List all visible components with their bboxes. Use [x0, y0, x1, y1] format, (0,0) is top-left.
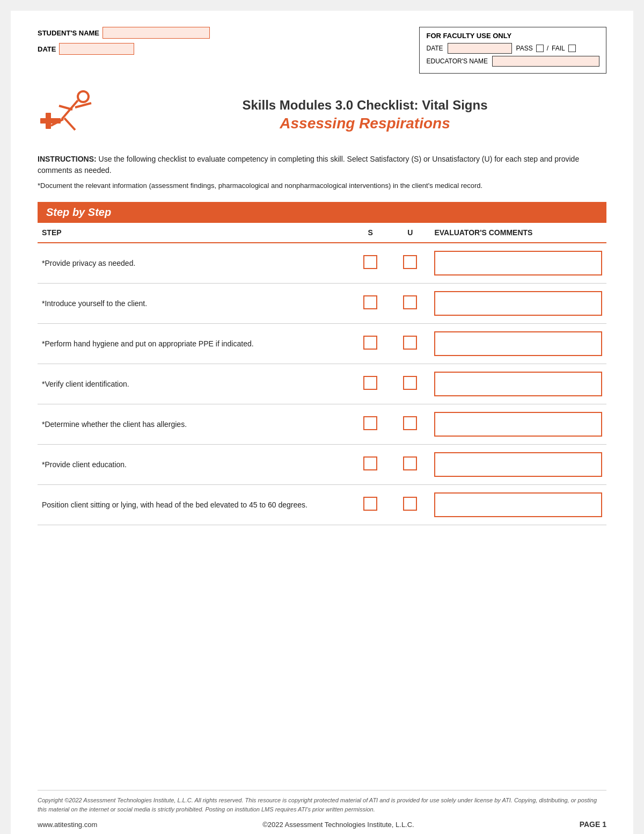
svg-line-4 — [64, 118, 75, 130]
s-checkbox[interactable] — [363, 295, 377, 309]
table-row: *Perform hand hygiene and put on appropr… — [38, 323, 606, 364]
pass-checkbox[interactable] — [536, 45, 544, 52]
comment-box[interactable] — [434, 412, 602, 437]
student-section: STUDENT'S NAME DATE — [38, 27, 210, 55]
comment-cell — [430, 364, 606, 404]
faculty-section: FOR FACULTY USE ONLY DATE PASS / FAIL ED… — [419, 27, 606, 74]
instructions-text: Use the following checklist to evaluate … — [38, 155, 579, 175]
checkbox-u-cell — [390, 323, 430, 364]
comment-box[interactable] — [434, 372, 602, 396]
student-date-input[interactable] — [59, 43, 134, 55]
educator-name-row: EDUCATOR'S NAME — [426, 56, 599, 67]
comment-box[interactable] — [434, 331, 602, 356]
s-checkbox[interactable] — [363, 416, 377, 430]
step-text: Position client sitting or lying, with h… — [38, 484, 350, 525]
table-row: *Provide privacy as needed. — [38, 243, 606, 284]
table-header-row: STEP S U EVALUATOR'S COMMENTS — [38, 223, 606, 243]
s-checkbox[interactable] — [363, 456, 377, 470]
faculty-date-row: DATE PASS / FAIL — [426, 43, 599, 54]
fail-checkbox[interactable] — [568, 45, 576, 52]
comment-cell — [430, 404, 606, 444]
table-row: *Verify client identification. — [38, 364, 606, 404]
logo-area — [38, 87, 123, 143]
checkbox-u-cell — [390, 364, 430, 404]
u-checkbox[interactable] — [403, 255, 417, 269]
header-comments: EVALUATOR'S COMMENTS — [430, 223, 606, 243]
comment-cell — [430, 283, 606, 323]
checkbox-s-cell — [350, 283, 390, 323]
title-section: Skills Modules 3.0 Checklist: Vital Sign… — [38, 87, 606, 143]
s-checkbox[interactable] — [363, 497, 377, 511]
website-link: www.atitesting.com — [38, 821, 97, 829]
step-text: *Provide client education. — [38, 444, 350, 484]
separator: / — [547, 45, 548, 52]
u-checkbox[interactable] — [403, 456, 417, 470]
page: STUDENT'S NAME DATE FOR FACULTY USE ONLY… — [11, 11, 633, 834]
header-u: U — [390, 223, 430, 243]
checkbox-s-cell — [350, 323, 390, 364]
table-row: *Provide client education. — [38, 444, 606, 484]
svg-line-2 — [75, 103, 91, 107]
checkbox-s-cell — [350, 243, 390, 284]
u-checkbox[interactable] — [403, 497, 417, 511]
educator-name-input[interactable] — [492, 56, 599, 67]
step-text: *Introduce yourself to the client. — [38, 283, 350, 323]
comment-cell — [430, 444, 606, 484]
checkbox-u-cell — [390, 484, 430, 525]
fail-label: FAIL — [552, 45, 565, 52]
checkbox-u-cell — [390, 243, 430, 284]
u-checkbox[interactable] — [403, 376, 417, 390]
instructions-bold: INSTRUCTIONS: — [38, 155, 97, 163]
spacer — [38, 525, 606, 780]
step-banner-label: Step by Step — [46, 206, 111, 218]
main-title: Skills Modules 3.0 Checklist: Vital Sign… — [123, 98, 606, 113]
sub-title: Assessing Respirations — [123, 115, 606, 132]
checkbox-u-cell — [390, 404, 430, 444]
student-date-label: DATE — [38, 45, 56, 53]
svg-point-0 — [78, 91, 89, 102]
step-text: *Determine whether the client has allerg… — [38, 404, 350, 444]
step-banner: Step by Step — [38, 202, 606, 223]
table-row: Position client sitting or lying, with h… — [38, 484, 606, 525]
ati-logo-icon — [38, 87, 107, 141]
checkbox-s-cell — [350, 404, 390, 444]
checkbox-s-cell — [350, 444, 390, 484]
header-step: STEP — [38, 223, 350, 243]
checkbox-u-cell — [390, 444, 430, 484]
student-name-row: STUDENT'S NAME — [38, 27, 210, 39]
table-row: *Determine whether the client has allerg… — [38, 404, 606, 444]
top-header: STUDENT'S NAME DATE FOR FACULTY USE ONLY… — [38, 27, 606, 74]
step-text: *Provide privacy as needed. — [38, 243, 350, 284]
copyright-short: ©2022 Assessment Technologies Institute,… — [262, 821, 414, 829]
pass-fail-row: PASS / FAIL — [516, 45, 576, 52]
table-row: *Introduce yourself to the client. — [38, 283, 606, 323]
checklist-table: STEP S U EVALUATOR'S COMMENTS *Provide p… — [38, 223, 606, 525]
u-checkbox[interactable] — [403, 336, 417, 350]
faculty-date-input[interactable] — [448, 43, 512, 54]
comment-box[interactable] — [434, 452, 602, 477]
educator-name-label: EDUCATOR'S NAME — [426, 57, 488, 65]
instructions-note: *Document the relevant information (asse… — [38, 180, 606, 191]
student-name-label: STUDENT'S NAME — [38, 29, 99, 37]
student-date-row: DATE — [38, 43, 210, 55]
footer-copyright: Copyright ©2022 Assessment Technologies … — [38, 790, 606, 814]
u-checkbox[interactable] — [403, 416, 417, 430]
checkbox-s-cell — [350, 484, 390, 525]
comment-cell — [430, 484, 606, 525]
comment-box[interactable] — [434, 251, 602, 275]
copyright-text: Copyright ©2022 Assessment Technologies … — [38, 796, 606, 814]
comment-cell — [430, 323, 606, 364]
pass-label: PASS — [516, 45, 533, 52]
checkbox-s-cell — [350, 364, 390, 404]
student-name-input[interactable] — [103, 27, 210, 39]
comment-box[interactable] — [434, 492, 602, 517]
s-checkbox[interactable] — [363, 255, 377, 269]
svg-rect-7 — [46, 113, 51, 129]
s-checkbox[interactable] — [363, 376, 377, 390]
step-text: *Verify client identification. — [38, 364, 350, 404]
comment-box[interactable] — [434, 291, 602, 316]
faculty-date-label: DATE — [426, 45, 443, 52]
s-checkbox[interactable] — [363, 336, 377, 350]
comment-cell — [430, 243, 606, 284]
u-checkbox[interactable] — [403, 295, 417, 309]
